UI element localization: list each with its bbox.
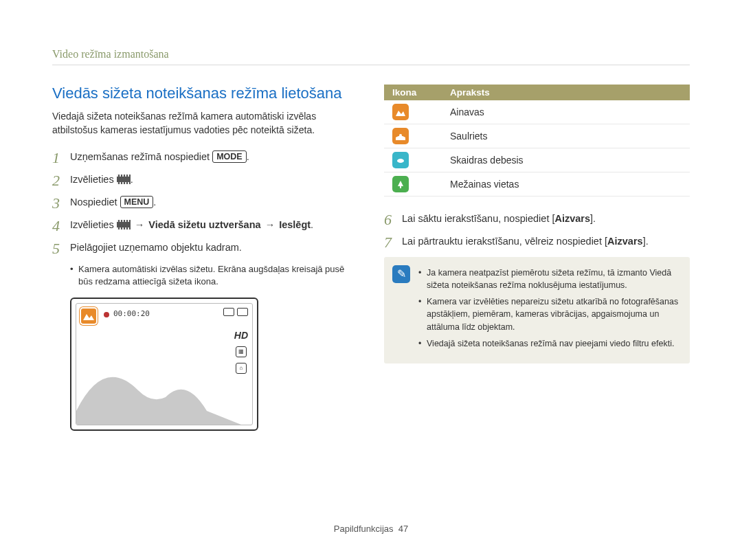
film-mode-icon [117,175,131,184]
step-text: Nospiediet [70,197,120,208]
svg-point-0 [399,134,402,137]
steps-list-right: 6 Lai sāktu ierakstīšanu, nospiediet [Ai… [384,212,690,250]
step-bold: Aizvars [554,213,590,224]
section-title: Viedās sižeta noteikšanas režīma lietoša… [52,85,358,102]
scene-icon [392,104,409,120]
table-header: Apraksts [442,85,690,100]
record-indicator-icon [104,312,109,317]
scene-table: Ikona Apraksts AinavasSaulrietsSkaidras … [384,85,690,197]
step-number: 7 [384,234,402,250]
note-item: Viedajā sižeta noteikšanas režīmā nav pi… [418,337,679,350]
hd-label: HD [234,330,248,341]
scene-label: Saulriets [442,124,690,148]
scene-icon [392,152,409,168]
svg-point-1 [397,159,404,163]
breadcrumb: Video režīma izmantošana [52,48,690,60]
right-column: Ikona Apraksts AinavasSaulrietsSkaidras … [384,85,690,431]
status-icon [223,308,234,316]
note-item: Ja kamera neatpazīst piemērotu sižeta re… [418,267,679,291]
step-text: Pielāgojiet uzņemamo objektu kadram. [70,240,358,254]
step-number: 5 [52,240,70,256]
note-box: ✎ Ja kamera neatpazīst piemērotu sižeta … [384,257,690,363]
step-text: . [153,197,156,208]
footer: Papildfunkcijas 47 [0,524,742,534]
left-column: Viedās sižeta noteikšanas režīma lietoša… [52,85,358,431]
table-row: Mežainas vietas [384,172,690,197]
timer-text: 00:00:20 [113,309,150,318]
intro-text: Viedajā sižeta noteikšanas režīmā kamera… [52,109,358,137]
step-text: . [247,151,249,162]
step-text: Lai sāktu ierakstīšanu, nospiediet [ [402,213,554,224]
scene-badge-icon [80,307,98,325]
steps-list-left: 1 Uzņemšanas režīmā nospiediet MODE. 2 I… [52,150,358,256]
mode-button-label: MODE [212,150,247,164]
table-row: Skaidras debesis [384,148,690,172]
scene-label: Mežainas vietas [442,172,690,197]
scene-label: Ainavas [442,100,690,124]
battery-icon [237,308,248,316]
step-bold: Aizvars [607,236,643,247]
step-bold: Ieslēgt [279,219,311,230]
step-text: . [131,174,133,185]
step-number: 2 [52,172,70,188]
scene-icon [392,128,409,144]
camera-screen-preview: 00:00:20 HD ▦ ⌂ 🎤 [70,298,258,431]
step-bold: Viedā sižetu uztveršana [148,219,260,230]
step-text: Izvēlieties [70,219,117,230]
step-number: 6 [384,212,402,227]
step-number: 4 [52,218,70,234]
step-text: ]. [643,236,649,247]
table-row: Ainavas [384,100,690,124]
step-number: 3 [52,195,70,211]
step-text: Lai pārtrauktu ierakstīšanu, vēlreiz nos… [402,236,607,247]
step-text: . [311,219,313,230]
sub-bullet-list: Kamera automātiski izvēlas sižetu. Ekrān… [52,263,358,288]
page-number: 47 [398,524,408,534]
table-header: Ikona [384,85,442,100]
scene-label: Skaidras debesis [442,148,690,172]
footer-label: Papildfunkcijas [334,524,394,534]
menu-button-label: MENU [120,196,154,209]
arrow-icon: → [131,219,149,230]
scene-icon [392,176,409,192]
step-number: 1 [52,150,70,166]
film-mode-icon [117,220,131,229]
step-text: Izvēlieties [70,174,117,185]
step-text: ]. [590,213,596,224]
arrow-icon: → [261,219,280,230]
mountains-illustration [76,349,241,425]
info-icon: ✎ [392,265,410,283]
table-row: Saulriets [384,124,690,148]
note-item: Kamera var izvēlēties nepareizu sižetu a… [418,295,679,333]
divider [52,65,690,65]
sub-bullet: Kamera automātiski izvēlas sižetu. Ekrān… [70,263,358,288]
svg-rect-2 [400,186,401,188]
step-text: Uzņemšanas režīmā nospiediet [70,151,212,162]
